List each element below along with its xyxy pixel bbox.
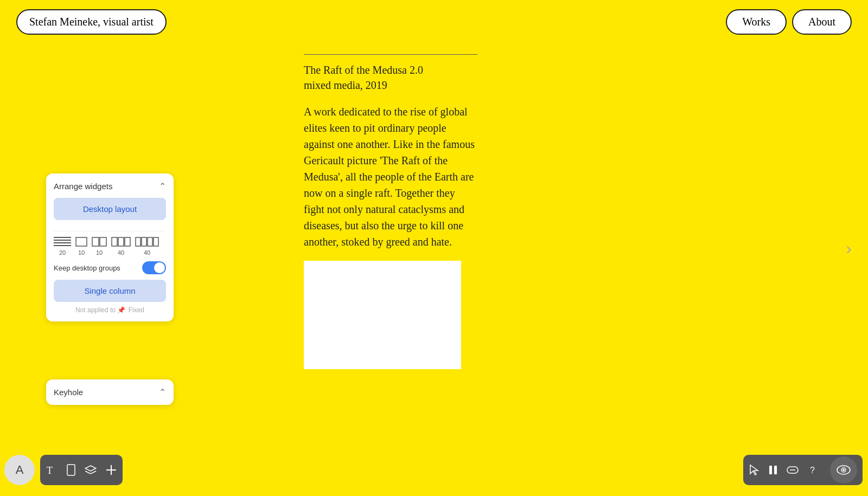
- widget-panel-collapse-icon[interactable]: ⌃: [159, 181, 166, 191]
- keep-groups-row: Keep desktop groups: [54, 261, 166, 274]
- layout-option-2col[interactable]: 10: [92, 237, 107, 256]
- svg-rect-7: [142, 237, 146, 246]
- bottom-right-toolbar: ?: [743, 455, 863, 485]
- widget-panel: Arrange widgets ⌃ Desktop layout 20 10 1…: [46, 173, 174, 321]
- works-nav-button[interactable]: Works: [726, 9, 787, 35]
- next-arrow[interactable]: ›: [846, 238, 852, 258]
- svg-rect-9: [154, 237, 158, 246]
- lines-layout-icon: [54, 237, 71, 248]
- layout-option-3col[interactable]: 40: [111, 237, 131, 256]
- main-content: The Raft of the Medusa 2.0 mixed media, …: [304, 54, 477, 380]
- nav-buttons: Works About: [726, 9, 852, 35]
- artwork-title: The Raft of the Medusa 2.0 mixed media, …: [304, 62, 477, 93]
- one-col-icon: [75, 237, 87, 248]
- svg-marker-15: [750, 465, 758, 475]
- layers-tool-icon[interactable]: [85, 464, 97, 476]
- cursor-tool-icon[interactable]: [749, 464, 760, 476]
- pause-tool-icon[interactable]: [768, 464, 778, 476]
- four-col-icon: [135, 237, 159, 248]
- header: Stefan Meineke, visual artist Works Abou…: [0, 0, 868, 43]
- artwork-image: [304, 261, 461, 369]
- keyhole-title: Keyhole: [54, 388, 83, 397]
- layout-options: 20 10 10 40 40: [54, 237, 166, 256]
- svg-rect-6: [136, 237, 141, 246]
- avatar-button[interactable]: A: [4, 455, 35, 485]
- artwork-info: The Raft of the Medusa 2.0 mixed media, …: [304, 54, 477, 369]
- three-col-icon: [111, 237, 131, 248]
- layout-option-1col[interactable]: 10: [75, 237, 87, 256]
- divider: [54, 231, 166, 231]
- bottom-left-toolbar: A T: [0, 455, 123, 485]
- help-tool-icon[interactable]: ?: [807, 464, 818, 476]
- svg-rect-4: [118, 237, 124, 246]
- keep-groups-toggle[interactable]: [142, 261, 166, 274]
- svg-text:T: T: [47, 465, 53, 476]
- svg-rect-5: [125, 237, 130, 246]
- phone-tool-icon[interactable]: [66, 464, 76, 476]
- svg-rect-17: [774, 466, 777, 474]
- add-tool-icon[interactable]: [105, 464, 117, 476]
- svg-rect-0: [76, 237, 87, 246]
- svg-rect-3: [112, 237, 117, 246]
- desktop-layout-button[interactable]: Desktop layout: [54, 198, 166, 220]
- pin-icon: 📌: [117, 306, 125, 314]
- single-column-button[interactable]: Single column: [54, 280, 166, 302]
- svg-rect-2: [100, 237, 106, 246]
- eye-tool-button[interactable]: [830, 456, 857, 484]
- svg-marker-12: [85, 466, 96, 471]
- svg-text:?: ?: [810, 466, 815, 475]
- svg-rect-11: [67, 465, 75, 475]
- toggle-knob: [154, 262, 165, 273]
- keyhole-expand-icon[interactable]: ⌃: [159, 387, 166, 397]
- svg-rect-16: [769, 466, 772, 474]
- layout-option-lines[interactable]: 20: [54, 237, 71, 256]
- stretch-tool-icon[interactable]: [787, 466, 799, 474]
- svg-rect-8: [148, 237, 152, 246]
- about-nav-button[interactable]: About: [792, 9, 852, 35]
- widget-panel-header: Arrange widgets ⌃: [54, 181, 166, 191]
- keyhole-panel: Keyhole ⌃: [46, 379, 174, 405]
- svg-rect-1: [92, 237, 99, 246]
- keep-groups-label: Keep desktop groups: [54, 264, 120, 272]
- site-title-button[interactable]: Stefan Meineke, visual artist: [16, 9, 167, 35]
- text-tool-icon[interactable]: T: [46, 464, 58, 476]
- artwork-description: A work dedicated to the rise of global e…: [304, 104, 477, 250]
- widget-panel-title: Arrange widgets: [54, 182, 112, 191]
- two-col-icon: [92, 237, 107, 248]
- layout-option-4col[interactable]: 40: [135, 237, 159, 256]
- svg-point-23: [843, 469, 845, 471]
- keyhole-header: Keyhole ⌃: [54, 387, 166, 397]
- left-tool-group: T: [40, 455, 123, 485]
- not-applied-text: Not applied to 📌 Fixed: [54, 306, 166, 314]
